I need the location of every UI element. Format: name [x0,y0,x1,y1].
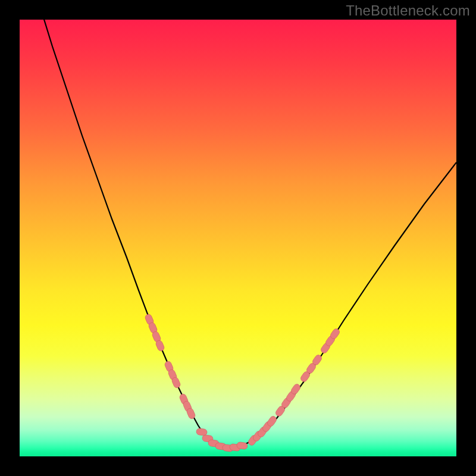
watermark-text: TheBottleneck.com [346,2,470,19]
marker-dot [196,428,207,436]
chart-frame: TheBottleneck.com [0,0,476,476]
bottleneck-curve [40,20,456,448]
plot-area [20,20,456,456]
curve-svg [20,20,456,456]
curve-markers [144,314,340,452]
